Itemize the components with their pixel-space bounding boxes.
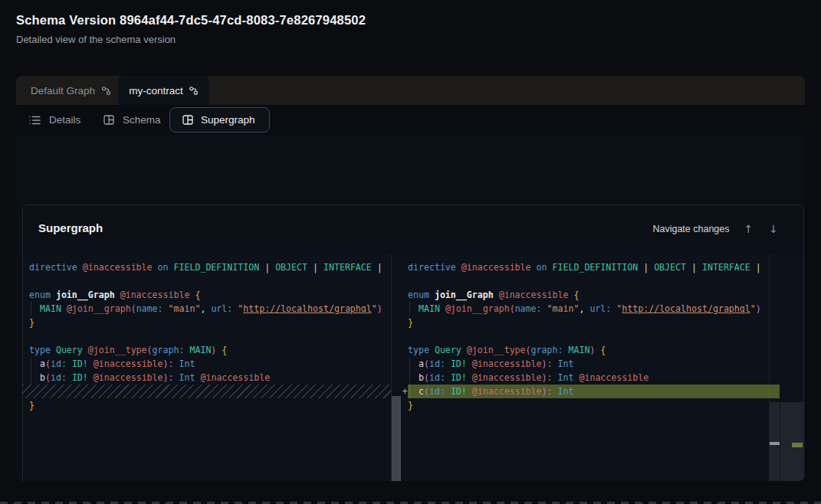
page-title: Schema Version 8964af44-7dc5-47cd-8083-7… [16,13,366,28]
arrow-down-icon: ↓ [769,223,778,235]
code-line [408,329,769,343]
schema-version-card: Default Graph my-contract [16,76,805,481]
tab-default-graph-label: Default Graph [31,85,95,97]
indent-guide [31,357,31,385]
added-line-highlight-extension [769,385,780,398]
code-line: } [408,398,769,412]
code-line: type Query @join__type(graph: MAIN) { [29,343,391,357]
code-line: b(id: ID! @inaccessible): Int @inaccessi… [29,371,391,385]
minimap-added-mark [792,443,803,447]
navigate-changes: Navigate changes ↑ ↓ [652,219,780,239]
diff-added-marker: + [399,385,410,398]
tab-details-label: Details [49,114,80,126]
diff-pane-modified[interactable]: directive @inaccessible on FIELD_DEFINIT… [402,254,769,481]
indent-guide [31,302,31,316]
columns-icon [103,115,114,125]
code-line: } [29,316,391,329]
list-icon [29,116,41,125]
view-tabstrip: Details Schema Supergraph [16,105,805,135]
modified-code: directive @inaccessible on FIELD_DEFINIT… [402,260,769,412]
tab-schema[interactable]: Schema [103,105,161,135]
tab-default-graph[interactable]: Default Graph [16,76,111,105]
columns-icon [182,115,193,125]
code-line: enum join__Graph @inaccessible { [29,288,391,302]
left-scrollbar[interactable] [392,396,401,481]
diff-added-line: c(id: ID! @inaccessible): Int [408,385,769,398]
right-scrollbar-viewport-mark [770,442,780,445]
code-line: MAIN @join__graph(name: "main", url: "ht… [408,302,769,316]
minimap[interactable] [780,254,803,481]
supergraph-panel: Supergraph Navigate changes ↑ ↓ directiv… [16,135,805,481]
code-line: } [29,398,391,412]
schema-version-page: Schema Version 8964af44-7dc5-47cd-8083-7… [0,0,821,504]
code-line: directive @inaccessible on FIELD_DEFINIT… [408,260,769,274]
indent-guide [409,302,410,316]
previous-change-button[interactable]: ↑ [743,222,755,236]
arrow-up-icon: ↑ [744,223,754,235]
code-line: directive @inaccessible on FIELD_DEFINIT… [29,260,391,274]
code-line: } [408,316,769,329]
tab-my-contract-label: my-contract [129,85,183,97]
variant-fork-icon [101,86,111,96]
code-line: a(id: ID! @inaccessible): Int [408,357,769,371]
diff-pane-original[interactable]: directive @inaccessible on FIELD_DEFINIT… [22,254,391,481]
navigate-changes-label: Navigate changes [652,224,729,234]
panel-title: Supergraph [38,221,103,234]
code-line [29,329,391,343]
code-line: type Query @join__type(graph: MAIN) { [408,343,769,357]
code-line [408,274,769,288]
tab-schema-label: Schema [123,114,161,126]
tab-my-contract[interactable]: my-contract [118,76,209,105]
code-line: b(id: ID! @inaccessible): Int @inaccessi… [408,371,769,385]
page-subtitle: Detailed view of the schema version [16,34,176,45]
tab-supergraph[interactable]: Supergraph [169,107,270,133]
tab-supergraph-label: Supergraph [201,114,255,126]
minimap-slider[interactable] [780,402,803,481]
tab-details[interactable]: Details [29,105,80,135]
variant-fork-icon [189,86,199,96]
diff-filler-line [22,385,391,398]
original-code: directive @inaccessible on FIELD_DEFINIT… [22,260,391,412]
diff-editor[interactable]: directive @inaccessible on FIELD_DEFINIT… [22,254,805,481]
next-change-button[interactable]: ↓ [767,222,780,236]
variant-tabstrip: Default Graph my-contract [16,76,805,105]
code-line: MAIN @join__graph(name: "main", url: "ht… [29,302,391,316]
code-line: a(id: ID! @inaccessible): Int [29,357,391,371]
code-line [29,274,391,288]
code-line: enum join__Graph @inaccessible { [408,288,769,302]
